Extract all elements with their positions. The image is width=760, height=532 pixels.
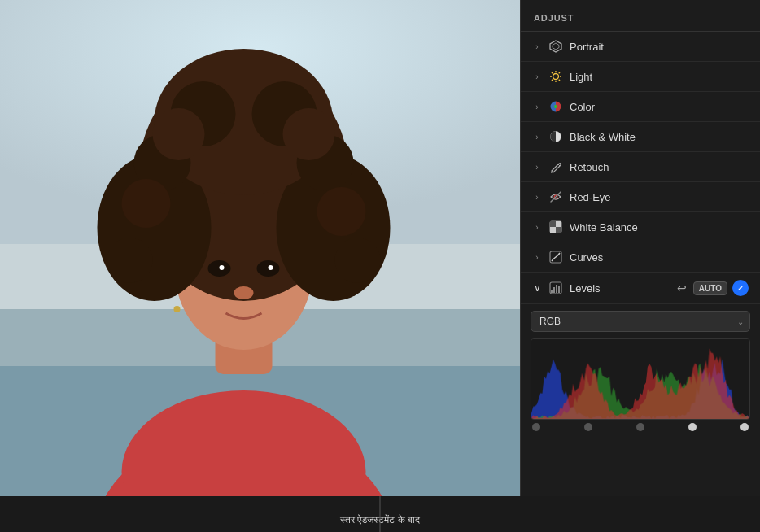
svg-line-37 — [559, 72, 560, 73]
panel-title: ADJUST — [534, 13, 574, 23]
svg-rect-54 — [553, 287, 555, 293]
color-icon — [548, 99, 563, 114]
svg-rect-50 — [550, 227, 556, 233]
svg-point-27 — [174, 306, 181, 312]
light-icon — [548, 69, 563, 84]
chevron-light-icon: › — [532, 72, 542, 81]
svg-point-25 — [269, 265, 273, 270]
midtone-slider[interactable] — [636, 423, 644, 431]
chevron-portrait-icon: › — [532, 41, 542, 51]
svg-rect-53 — [551, 290, 553, 293]
svg-line-36 — [559, 80, 560, 81]
svg-point-40 — [554, 105, 557, 108]
svg-point-18 — [107, 238, 153, 283]
histogram-canvas — [531, 339, 749, 419]
shadow-slider[interactable] — [584, 423, 592, 431]
tooltip-line — [380, 496, 381, 532]
adjust-item-light[interactable]: › Light — [521, 62, 760, 92]
adjust-panel: ADJUST › Portrait › — [520, 0, 760, 496]
white-balance-icon — [548, 220, 563, 234]
svg-point-15 — [317, 187, 366, 236]
adjust-item-white-balance[interactable]: › White Balance — [521, 212, 760, 242]
adjust-items-list: › Portrait › — [521, 32, 760, 496]
rgb-select-wrapper: RGB Red Green Blue Luminance ⌄ — [531, 311, 750, 332]
levels-section: ∨ Levels ↩ AUTO ✓ — [521, 273, 760, 441]
histogram-sliders — [531, 423, 750, 431]
black-white-label: Black & White — [570, 131, 749, 143]
svg-point-24 — [220, 265, 225, 270]
svg-point-26 — [234, 286, 254, 299]
portrait-label: Portrait — [570, 41, 749, 53]
curves-icon — [548, 250, 563, 264]
white-point-slider[interactable] — [740, 423, 749, 431]
chevron-wb-icon: › — [532, 222, 542, 232]
svg-rect-48 — [556, 227, 561, 233]
levels-controls: ↩ AUTO ✓ — [675, 280, 749, 296]
levels-label: Levels — [570, 282, 675, 294]
levels-header[interactable]: ∨ Levels ↩ AUTO ✓ — [521, 273, 760, 304]
adjust-item-color[interactable]: › Color — [521, 92, 760, 122]
curves-label: Curves — [570, 251, 749, 264]
adjust-item-red-eye[interactable]: › Red-Eye — [521, 182, 760, 212]
main-container: ADJUST › Portrait › — [0, 0, 760, 496]
adjust-header: ADJUST — [521, 0, 760, 32]
svg-rect-47 — [550, 221, 556, 227]
chevron-curves-icon: › — [532, 252, 542, 262]
chevron-bw-icon: › — [532, 132, 542, 142]
chevron-retouch-icon: › — [532, 162, 542, 172]
svg-rect-55 — [556, 285, 557, 293]
adjust-item-portrait[interactable]: › Portrait — [521, 32, 760, 62]
adjust-item-curves[interactable]: › Curves — [521, 242, 760, 273]
svg-point-19 — [335, 238, 381, 283]
svg-line-45 — [551, 192, 561, 202]
svg-point-20 — [153, 108, 205, 160]
svg-point-21 — [283, 108, 335, 160]
levels-body: RGB Red Green Blue Luminance ⌄ — [521, 304, 760, 441]
svg-point-23 — [257, 260, 280, 277]
retouch-icon — [548, 159, 563, 174]
svg-point-13 — [122, 179, 171, 228]
adjust-item-black-white[interactable]: › Black & White — [521, 122, 760, 152]
adjust-item-retouch[interactable]: › Retouch — [521, 152, 760, 182]
channel-select[interactable]: RGB Red Green Blue Luminance — [531, 311, 750, 332]
light-label: Light — [570, 71, 749, 83]
portrait-image — [0, 0, 520, 496]
chevron-color-icon: › — [532, 102, 542, 111]
levels-icon — [548, 281, 563, 295]
undo-icon[interactable]: ↩ — [675, 281, 688, 294]
levels-check-icon[interactable]: ✓ — [732, 280, 749, 296]
histogram-display — [531, 338, 750, 420]
svg-line-38 — [552, 80, 553, 81]
svg-rect-56 — [558, 286, 560, 293]
chevron-levels-icon: ∨ — [532, 283, 542, 293]
svg-point-22 — [208, 260, 231, 277]
photo-panel — [0, 0, 520, 496]
bottom-area: स्तर ऐडजस्टमेंट के बाद — [0, 496, 760, 532]
red-eye-label: Red-Eye — [570, 191, 749, 203]
svg-line-35 — [552, 72, 553, 73]
white-balance-label: White Balance — [570, 221, 749, 233]
black-white-icon — [548, 129, 563, 144]
retouch-label: Retouch — [570, 161, 749, 173]
svg-point-30 — [553, 74, 559, 80]
red-eye-icon — [548, 190, 563, 204]
svg-marker-29 — [553, 43, 559, 50]
chevron-redeye-icon: › — [532, 192, 542, 202]
highlight-slider[interactable] — [688, 423, 697, 431]
svg-rect-49 — [556, 221, 561, 227]
portrait-icon — [548, 39, 563, 54]
svg-marker-28 — [550, 41, 561, 52]
color-label: Color — [570, 101, 749, 113]
black-point-slider[interactable] — [532, 423, 540, 431]
auto-button[interactable]: AUTO — [693, 281, 727, 295]
